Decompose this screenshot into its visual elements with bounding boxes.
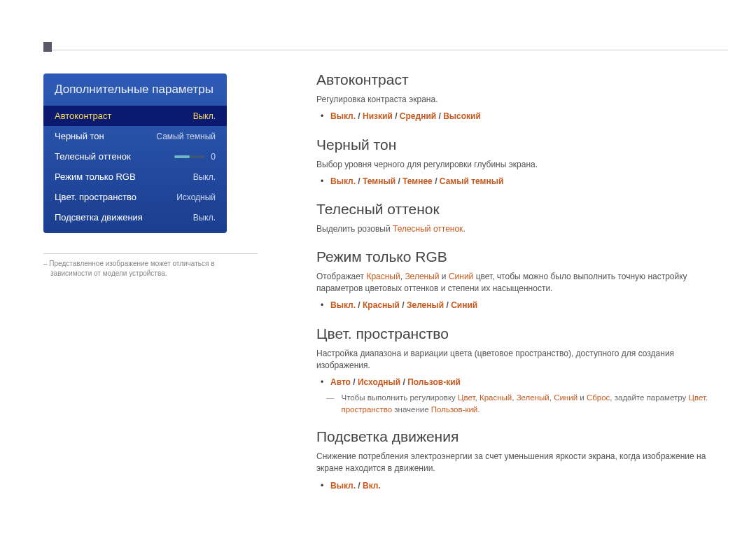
sep: / bbox=[393, 111, 400, 121]
section-title: Телесный оттенок bbox=[316, 201, 728, 218]
text: Отображает bbox=[316, 272, 366, 281]
section-desc: Настройка диапазона и вариации цвета (цв… bbox=[316, 348, 728, 372]
osd-row-value: 0 bbox=[174, 152, 216, 162]
highlight: Красный bbox=[479, 393, 512, 402]
text: . bbox=[463, 224, 465, 234]
opt: Выкл. bbox=[330, 111, 356, 121]
sep: / bbox=[356, 176, 363, 186]
section-title: Режим только RGB bbox=[316, 248, 728, 265]
osd-row-label: Подсветка движения bbox=[55, 212, 143, 223]
section-desc: Снижение потребления электроэнергии за с… bbox=[316, 451, 728, 475]
sep: / bbox=[433, 176, 440, 186]
dash-icon: ― bbox=[326, 392, 335, 415]
header-rule bbox=[52, 50, 728, 50]
sep: / bbox=[400, 377, 407, 387]
sep: / bbox=[396, 176, 402, 186]
osd-menu-title: Дополнительные параметры bbox=[43, 73, 227, 106]
osd-row-label: Автоконтраст bbox=[55, 111, 111, 121]
opt: Темнее bbox=[402, 176, 433, 186]
osd-row-value: Выкл. bbox=[193, 213, 216, 223]
note-text: Чтобы выполнить регулировку Цвет, Красны… bbox=[342, 392, 729, 415]
opt: Самый темный bbox=[440, 176, 503, 186]
footnote-divider bbox=[43, 253, 258, 254]
osd-row-motionlight[interactable]: Подсветка движения Выкл. bbox=[43, 207, 227, 227]
option-list: Выкл. / Низкий / Средний / Высокий bbox=[330, 110, 728, 123]
osd-row-value: Выкл. bbox=[193, 111, 216, 121]
osd-row-value: Выкл. bbox=[193, 172, 216, 182]
osd-row-label: Телесный оттенок bbox=[55, 151, 131, 162]
header-mark bbox=[43, 42, 52, 52]
highlight: Телесный оттенок bbox=[393, 224, 463, 234]
sep: / bbox=[356, 111, 363, 121]
osd-row-label: Черный тон bbox=[55, 131, 104, 141]
sep: / bbox=[436, 111, 443, 121]
opt: Темный bbox=[363, 176, 396, 186]
opt: Пользов-кий bbox=[407, 377, 461, 387]
section-title: Автоконтраст bbox=[316, 71, 728, 88]
option-list: Выкл. / Темный / Темнее / Самый темный bbox=[330, 175, 728, 188]
option-list: Авто / Исходный / Пользов-кий bbox=[330, 376, 728, 389]
opt: Синий bbox=[451, 300, 477, 310]
highlight: Цвет bbox=[458, 393, 475, 402]
highlight: Синий bbox=[554, 393, 578, 402]
text: и bbox=[440, 272, 449, 281]
section-desc: Регулировка контраста экрана. bbox=[316, 94, 728, 106]
sep: / bbox=[356, 481, 363, 491]
section-note: ― Чтобы выполнить регулировку Цвет, Крас… bbox=[316, 392, 728, 415]
opt: Выкл. bbox=[330, 300, 356, 310]
opt: Красный bbox=[363, 300, 400, 310]
slider-track bbox=[174, 155, 205, 158]
highlight: Красный bbox=[366, 272, 400, 281]
highlight: Пользов-кий bbox=[431, 405, 477, 414]
content-column: Автоконтраст Регулировка контраста экран… bbox=[316, 71, 728, 505]
opt: Выкл. bbox=[330, 481, 356, 491]
opt: Исходный bbox=[358, 377, 400, 387]
section-desc: Выделить розовый Телесный оттенок. bbox=[316, 223, 728, 235]
opt: Средний bbox=[400, 111, 436, 121]
text: . bbox=[477, 405, 479, 414]
option-list: Выкл. / Красный / Зеленый / Синий bbox=[330, 299, 728, 312]
text: значение bbox=[392, 405, 431, 414]
section-autocontrast: Автоконтраст Регулировка контраста экран… bbox=[316, 71, 728, 124]
option-list: Выкл. / Вкл. bbox=[330, 479, 728, 493]
text: , задайте параметру bbox=[610, 393, 688, 402]
opt: Зеленый bbox=[407, 300, 444, 310]
sep: / bbox=[351, 377, 358, 387]
highlight: Синий bbox=[449, 272, 473, 281]
osd-row-colorspace[interactable]: Цвет. пространство Исходный bbox=[43, 187, 227, 207]
section-colorspace: Цвет. пространство Настройка диапазона и… bbox=[316, 325, 728, 416]
section-motionlight: Подсветка движения Снижение потребления … bbox=[316, 428, 728, 493]
sep: / bbox=[400, 300, 407, 310]
sep: / bbox=[444, 300, 451, 310]
opt: Авто bbox=[330, 377, 351, 387]
opt: Высокий bbox=[443, 111, 481, 121]
section-fleshtone: Телесный оттенок Выделить розовый Телесн… bbox=[316, 201, 728, 235]
section-blacktone: Черный тон Выбор уровня черного для регу… bbox=[316, 136, 728, 189]
section-rgbonly: Режим только RGB Отображает Красный, Зел… bbox=[316, 248, 728, 313]
opt: Вкл. bbox=[363, 481, 381, 491]
section-desc: Выбор уровня черного для регулировки глу… bbox=[316, 159, 728, 171]
osd-row-value: Исходный bbox=[176, 192, 216, 202]
section-title: Подсветка движения bbox=[316, 428, 728, 445]
slider-number: 0 bbox=[211, 152, 216, 162]
osd-row-rgbonly[interactable]: Режим только RGB Выкл. bbox=[43, 167, 227, 187]
osd-row-autocontrast[interactable]: Автоконтраст Выкл. bbox=[43, 106, 227, 126]
osd-row-blacktone[interactable]: Черный тон Самый темный bbox=[43, 126, 227, 146]
text: и bbox=[578, 393, 587, 402]
section-desc: Отображает Красный, Зеленый и Синий цвет… bbox=[316, 271, 728, 295]
osd-row-label: Цвет. пространство bbox=[55, 192, 136, 202]
text: Выделить розовый bbox=[316, 224, 393, 234]
text: Чтобы выполнить регулировку bbox=[342, 393, 458, 402]
slider-fill bbox=[174, 155, 190, 158]
osd-row-label: Режим только RGB bbox=[55, 171, 136, 182]
sep: / bbox=[356, 300, 363, 310]
section-title: Черный тон bbox=[316, 136, 728, 153]
highlight: Зеленый bbox=[517, 393, 550, 402]
osd-row-value: Самый темный bbox=[156, 132, 216, 141]
section-title: Цвет. пространство bbox=[316, 325, 728, 342]
highlight: Зеленый bbox=[405, 272, 439, 281]
highlight: Сброс bbox=[587, 393, 610, 402]
osd-row-fleshtone[interactable]: Телесный оттенок 0 bbox=[43, 146, 227, 167]
osd-menu-panel: Дополнительные параметры Автоконтраст Вы… bbox=[43, 73, 227, 233]
opt: Выкл. bbox=[330, 176, 356, 186]
